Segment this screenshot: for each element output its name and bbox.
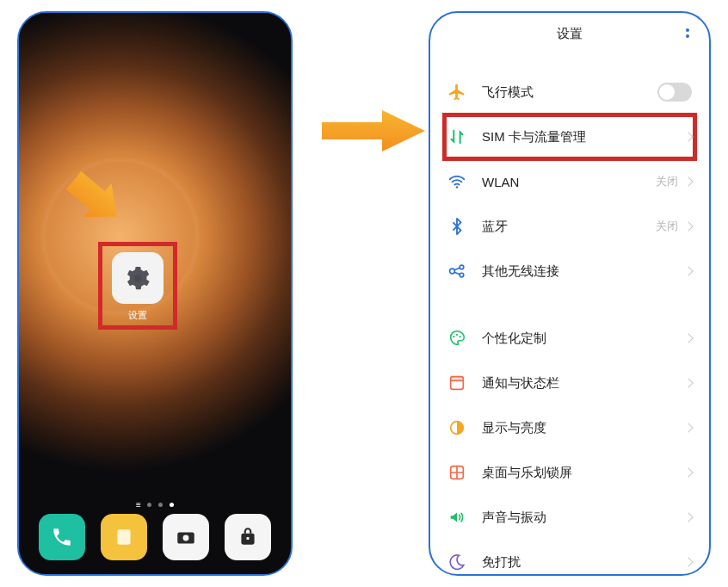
svg-point-10 [460,273,464,277]
camera-icon [175,526,197,548]
row-sim-data[interactable]: SIM 卡与流量管理 [430,114,709,159]
row-wlan[interactable]: WLAN 关闭 [430,159,709,204]
row-notifications[interactable]: 通知与状态栏 [430,361,709,405]
brightness-icon [447,418,466,437]
svg-point-11 [453,336,454,337]
row-label: 通知与状态栏 [482,375,685,392]
svg-point-2 [183,535,189,541]
svg-point-7 [456,186,459,188]
notification-bar-icon [447,374,466,392]
sound-icon [447,508,466,527]
row-label: 桌面与乐划锁屏 [482,465,685,481]
app-store[interactable] [225,514,271,560]
dock [19,514,291,560]
app-camera[interactable] [163,514,209,560]
airplane-icon [447,83,466,102]
row-label: 个性化定制 [482,331,685,347]
link-icon [447,262,466,281]
phone-settings-screen: 设置 飞行模式 SIM 卡与流量管理 WLAN 关 [429,11,711,576]
bluetooth-icon [447,217,466,236]
app-phone[interactable] [39,514,85,560]
wifi-icon [447,172,466,191]
chevron-right-icon [683,423,693,432]
settings-list: 飞行模式 SIM 卡与流量管理 WLAN 关闭 蓝牙 [430,54,709,576]
row-label: WLAN [482,175,656,189]
row-value: 关闭 [656,219,678,234]
settings-header: 设置 [430,13,709,54]
row-personalization[interactable]: 个性化定制 [430,316,709,361]
chevron-right-icon [683,176,693,186]
row-label: 飞行模式 [482,84,657,101]
row-display[interactable]: 显示与亮度 [430,405,709,450]
grid-icon [447,463,466,482]
phone-home-screen: 设置 ≡ [17,11,293,576]
svg-point-8 [450,269,455,274]
row-label: 声音与振动 [482,510,685,526]
more-icon[interactable] [680,25,695,40]
svg-point-12 [456,334,458,336]
chevron-right-icon [683,221,693,231]
svg-rect-0 [117,529,130,544]
row-label: SIM 卡与流量管理 [482,129,685,145]
page-title: 设置 [557,26,583,42]
svg-rect-4 [246,537,249,540]
sim-data-icon [447,127,466,146]
gear-icon [125,265,151,291]
svg-marker-6 [322,110,425,151]
note-icon [113,526,135,548]
phone-icon [51,526,73,548]
palette-icon [447,329,466,348]
row-launcher[interactable]: 桌面与乐划锁屏 [430,450,709,495]
chevron-right-icon [683,266,693,275]
app-settings[interactable] [112,252,163,304]
row-bluetooth[interactable]: 蓝牙 关闭 [430,204,709,249]
row-other-wireless[interactable]: 其他无线连接 [430,249,709,294]
moon-icon [447,553,466,572]
app-settings-label: 设置 [98,309,177,322]
row-label: 其他无线连接 [482,263,685,280]
bag-icon [237,526,259,548]
row-label: 免打扰 [482,554,685,571]
row-label: 蓝牙 [482,219,656,235]
row-airplane-mode[interactable]: 飞行模式 [430,70,709,114]
row-value: 关闭 [656,174,678,189]
chevron-right-icon [683,378,693,387]
chevron-right-icon [683,467,693,477]
chevron-right-icon [683,132,693,141]
row-label: 显示与亮度 [482,420,685,436]
arrow-between-phones [322,110,425,151]
airplane-toggle[interactable] [657,83,692,102]
chevron-right-icon [683,557,693,566]
row-sound[interactable]: 声音与振动 [430,495,709,540]
svg-point-13 [460,336,461,337]
svg-point-9 [460,265,464,269]
chevron-right-icon [683,512,693,522]
row-dnd[interactable]: 免打扰 [430,540,709,576]
app-notes[interactable] [101,514,147,560]
chevron-right-icon [683,333,693,343]
page-indicator: ≡ [19,500,291,510]
